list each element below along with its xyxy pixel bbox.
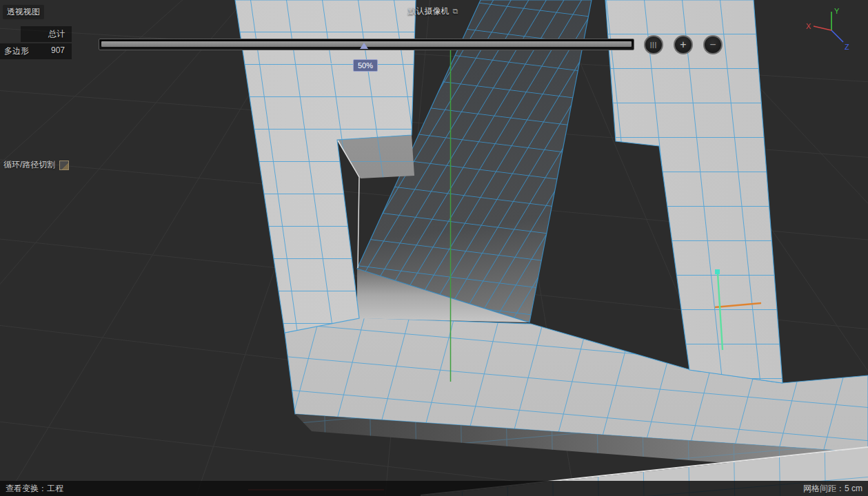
vertex-handle-cyan[interactable]	[715, 269, 720, 274]
camera-menu[interactable]: 默认摄像机 ⧉	[408, 6, 458, 17]
loop-cut-icon[interactable]	[59, 161, 69, 170]
active-tool: 循环/路径切割	[3, 159, 69, 171]
camera-menu-icon[interactable]: ⧉	[453, 8, 458, 15]
cut-offset-slider-handle[interactable]	[360, 43, 368, 49]
gizmo-z-axis	[831, 30, 843, 42]
status-bar: 查看变换：工程 网格间距：5 cm	[0, 481, 868, 496]
status-transform-label: 查看变换：工程	[6, 483, 63, 495]
view-label[interactable]: 透视视图	[3, 5, 44, 19]
cut-offset-tooltip: 50%	[353, 59, 378, 72]
axis-gizmo: Y X Z	[805, 6, 854, 54]
camera-label[interactable]: 默认摄像机	[408, 6, 450, 17]
gizmo-y-label: Y	[834, 7, 840, 15]
viewport-3d[interactable]	[0, 0, 868, 496]
gizmo-z-label: Z	[845, 43, 849, 51]
polygon-stats-hud: 总计 多边形 907	[0, 26, 72, 61]
status-grid-spacing-label: 网格间距：5 cm	[803, 483, 862, 495]
add-cut-button[interactable]: +	[674, 35, 693, 54]
gizmo-x-label: X	[806, 22, 811, 30]
cut-segments-button[interactable]: |||	[644, 35, 663, 54]
stats-polygons-label: 多边形	[4, 45, 29, 57]
stats-polygons-value: 907	[51, 45, 65, 57]
remove-cut-button[interactable]: −	[703, 35, 723, 54]
stats-header: 总计	[21, 26, 72, 42]
tool-name-label: 循环/路径切割	[3, 159, 55, 171]
stats-polygons-row: 多边形 907	[0, 43, 72, 59]
gizmo-x-axis	[814, 26, 831, 30]
